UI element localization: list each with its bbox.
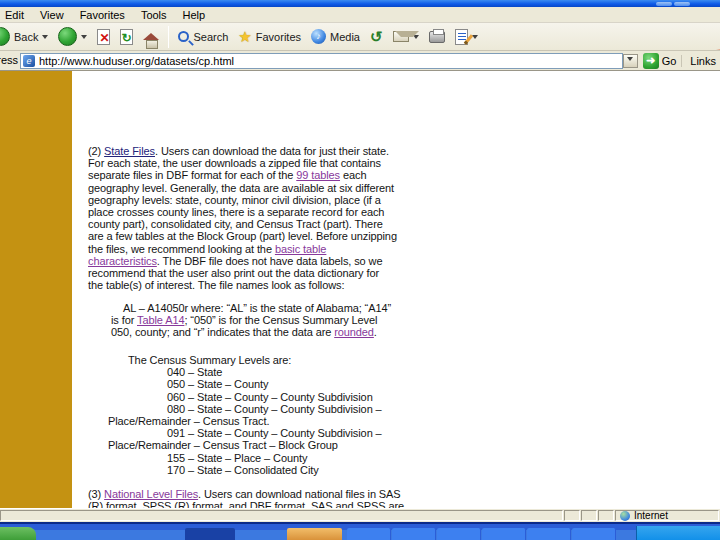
text-line: For each state, the user downloads a zip… bbox=[88, 157, 397, 169]
forward-button[interactable] bbox=[53, 25, 92, 49]
text: the files, we recommend looking at the bbox=[88, 243, 275, 255]
status-panel bbox=[564, 510, 580, 521]
text: 050, county; and “r” indicates that the … bbox=[111, 326, 334, 338]
text: AL – A14050r where: “AL” is the state of… bbox=[123, 302, 391, 314]
taskbar-button[interactable] bbox=[527, 528, 571, 540]
maximize-button[interactable] bbox=[674, 2, 690, 6]
text: 040 – State bbox=[167, 366, 222, 378]
media-button[interactable]: ♪ Media bbox=[306, 25, 365, 49]
text-line: 050, county; and “r” indicates that the … bbox=[111, 326, 391, 338]
address-url: http://www.huduser.org/datasets/cp.html bbox=[39, 55, 234, 67]
back-button[interactable]: Back bbox=[0, 25, 53, 49]
browser-viewport: (2) State Files. Users can download the … bbox=[0, 71, 720, 508]
taskbar-button[interactable] bbox=[392, 528, 436, 540]
text: the table(s) of interest. The file names… bbox=[88, 279, 344, 291]
search-icon bbox=[178, 31, 189, 42]
back-icon bbox=[0, 27, 10, 46]
system-tray[interactable] bbox=[636, 526, 720, 540]
stop-button[interactable]: ✕ bbox=[92, 25, 115, 49]
links-button[interactable]: Links bbox=[681, 55, 720, 67]
link[interactable]: 99 tables bbox=[296, 169, 340, 181]
text: (3) bbox=[88, 488, 104, 500]
text: each bbox=[340, 169, 366, 181]
menu-item-favorites[interactable]: Favorites bbox=[72, 8, 133, 22]
print-button[interactable] bbox=[424, 25, 450, 49]
refresh-icon: ↻ bbox=[120, 29, 133, 45]
menu-item-tools[interactable]: Tools bbox=[133, 8, 175, 22]
text-line: geography level. Generally, the data are… bbox=[88, 182, 397, 194]
edit-button[interactable] bbox=[450, 25, 483, 49]
home-button[interactable] bbox=[138, 25, 164, 49]
taskbar-button[interactable] bbox=[437, 528, 481, 540]
text: The Census Summary Levels are: bbox=[128, 354, 291, 366]
menu-bar-items: EditViewFavoritesToolsHelp bbox=[0, 8, 213, 22]
text-line: Place/Remainder – Census Tract – Block G… bbox=[108, 439, 382, 451]
text-line: 080 – State – County – County Subdivisio… bbox=[108, 403, 382, 415]
taskbar-button[interactable] bbox=[572, 528, 616, 540]
text: are a few tables at the Block Group (par… bbox=[88, 230, 397, 242]
start-button[interactable] bbox=[0, 527, 36, 540]
text-block: (2) State Files. Users can download the … bbox=[88, 145, 397, 291]
link[interactable]: characteristics bbox=[88, 255, 157, 267]
text: . bbox=[374, 326, 377, 338]
text: Place/Remainder – Census Tract – Block G… bbox=[108, 439, 338, 451]
taskbar-button[interactable] bbox=[185, 528, 235, 540]
menu-item-help[interactable]: Help bbox=[175, 8, 214, 22]
go-label: Go bbox=[662, 55, 677, 67]
link[interactable]: basic table bbox=[275, 243, 327, 255]
address-input[interactable]: e http://www.huduser.org/datasets/cp.htm… bbox=[20, 53, 623, 69]
text: 170 – State – Consolidated City bbox=[167, 464, 319, 476]
history-button[interactable]: ↺ bbox=[365, 25, 388, 49]
menu-item-edit[interactable]: Edit bbox=[0, 8, 32, 22]
text-line: 155 – State – Place – County bbox=[108, 452, 382, 464]
text-line: 091 – State – County – County Subdivisio… bbox=[108, 427, 382, 439]
text-line: recommend that the user also print out t… bbox=[88, 267, 397, 279]
back-label: Back bbox=[14, 31, 38, 43]
text: 155 – State – Place – County bbox=[167, 452, 307, 464]
mail-button[interactable] bbox=[388, 25, 424, 49]
page-gold-sidebar bbox=[0, 71, 72, 508]
taskbar-button[interactable] bbox=[287, 528, 342, 540]
toolbar-separator bbox=[168, 26, 169, 48]
text-line: is for Table A14; “050” is for the Censu… bbox=[111, 314, 391, 326]
title-bar[interactable] bbox=[0, 0, 720, 7]
link[interactable]: National Level Files bbox=[104, 488, 198, 500]
internet-zone-globe-icon bbox=[620, 511, 630, 521]
text: . The DBF file does not have data labels… bbox=[157, 255, 383, 267]
text: 091 – State – County – County Subdivisio… bbox=[167, 427, 382, 439]
favorites-label: Favorites bbox=[256, 31, 301, 43]
refresh-button[interactable]: ↻ bbox=[115, 25, 138, 49]
text-line: Place/Remainder – Census Tract. bbox=[108, 415, 382, 427]
desktop: { "colors": { "gold_sidebar": "#C49212",… bbox=[0, 0, 720, 540]
favorites-button[interactable]: ★ Favorites bbox=[233, 25, 306, 49]
text-line: county part), consolidated city, and Cen… bbox=[88, 218, 397, 230]
link[interactable]: State Files bbox=[104, 145, 155, 157]
text-line: The Census Summary Levels are: bbox=[108, 354, 382, 366]
text: separate files in DBF format for each of… bbox=[88, 169, 296, 181]
address-dropdown-button[interactable] bbox=[623, 54, 638, 68]
menu-item-view[interactable]: View bbox=[32, 8, 72, 22]
forward-dropdown-icon[interactable] bbox=[81, 35, 87, 42]
link[interactable]: Table A14 bbox=[137, 314, 184, 326]
text-line: AL – A14050r where: “AL” is the state of… bbox=[111, 302, 391, 314]
text-line: 050 – State – County bbox=[108, 378, 382, 390]
taskbar-button[interactable] bbox=[347, 528, 391, 540]
back-dropdown-icon[interactable] bbox=[42, 35, 48, 42]
stop-icon: ✕ bbox=[97, 29, 110, 45]
go-button[interactable]: ➜ Go bbox=[638, 53, 682, 69]
text: . Users can download the data for just t… bbox=[155, 145, 389, 157]
search-button[interactable]: Search bbox=[173, 25, 233, 49]
text: ; “050” is for the Census Summary Level bbox=[184, 314, 377, 326]
links-label: Links bbox=[690, 55, 716, 67]
link[interactable]: rounded bbox=[334, 326, 374, 338]
text-line: 060 – State – County – County Subdivisio… bbox=[108, 391, 382, 403]
status-message-panel bbox=[0, 510, 563, 521]
print-icon bbox=[429, 31, 445, 43]
text: (2) bbox=[88, 145, 104, 157]
minimize-button[interactable] bbox=[656, 2, 672, 6]
page-favicon-icon: e bbox=[23, 55, 35, 67]
forward-icon bbox=[58, 27, 77, 46]
text: Place/Remainder – Census Tract. bbox=[108, 415, 269, 427]
taskbar-button[interactable] bbox=[482, 528, 526, 540]
text-line: characteristics. The DBF file does not h… bbox=[88, 255, 397, 267]
